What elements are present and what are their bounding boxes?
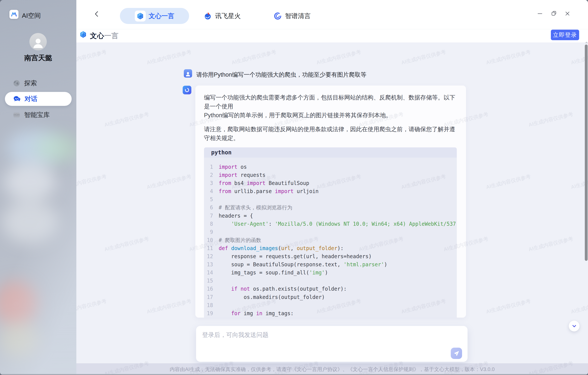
sidebar-item-label: 对话 [24, 95, 37, 103]
code-line: 12 response = requests.get(url, headers=… [204, 252, 457, 260]
user-message-avatar [184, 69, 192, 77]
wenxin-logo-icon [80, 30, 86, 39]
watermark: AI生成内容仅供参考 [76, 48, 107, 66]
user-message: 请你用Python编写一个功能强大的爬虫，功能至少要有图片爬取等 [196, 71, 367, 79]
footer-text-segment: ，基于文心大模型，版本：V3.0.0 [419, 366, 495, 372]
watermark: AI生成内容仅供参考 [146, 298, 192, 315]
watermark: AI生成内容仅供参考 [528, 110, 574, 128]
watermark: AI生成内容仅供参考 [146, 48, 192, 66]
line-number: 17 [204, 293, 213, 301]
footer-link[interactable]: 《文心一言个人信息保护规则》 [348, 366, 419, 372]
watermark: AI生成内容仅供参考 [104, 235, 149, 253]
login-button[interactable]: 立即登录 [551, 30, 579, 40]
watermark: AI生成内容仅供参考 [146, 173, 192, 191]
spark-flame-icon [203, 12, 212, 20]
app-logo-row: AI空间 [0, 0, 76, 28]
sidebar-item-label: 探索 [24, 79, 37, 88]
scroll-to-bottom-button[interactable] [569, 321, 579, 331]
sidebar-item-chat[interactable]: 对话 [5, 92, 72, 106]
code-line: 2import requests [204, 171, 457, 179]
code-text: response = requests.get(url, headers=hea… [219, 253, 372, 259]
watermark: AI生成内容仅供参考 [528, 235, 574, 253]
brand-title: 文心一言 [90, 31, 119, 41]
zhipu-ring-icon [273, 12, 282, 20]
line-number: 13 [204, 260, 213, 269]
main-panel: 文心一言讯飞星火智谱清言 [76, 0, 588, 375]
code-line: 6# 配置请求头，模拟浏览器行为 [204, 203, 457, 211]
code-text: import os [219, 164, 247, 170]
line-number: 1 [204, 163, 213, 171]
chat-bubbles-icon [13, 95, 21, 103]
tab-xinghuo[interactable]: 讯飞星火 [199, 8, 246, 24]
line-number: 4 [204, 187, 213, 195]
scrollbar-up-arrow[interactable] [584, 40, 588, 45]
message-composer [196, 326, 468, 362]
code-text: # 爬取图片的函数 [219, 237, 261, 243]
code-text: 'User-Agent': 'Mozilla/5.0 (Windows NT 1… [219, 221, 457, 227]
line-number: 6 [204, 203, 213, 211]
tab-zhipu[interactable]: 智谱清言 [268, 8, 316, 24]
sidebar: AI空间 南宫天懿 探索对话智能宝库 [0, 0, 76, 375]
code-line: 7headers = { [204, 212, 457, 220]
globe-icon [12, 79, 21, 87]
code-line: 18 [204, 301, 457, 309]
tab-wenxin[interactable]: 文心一言 [120, 8, 189, 24]
tab-label: 智谱清言 [285, 12, 311, 20]
watermark: AI生成内容仅供参考 [104, 110, 149, 128]
chat-input[interactable] [196, 326, 468, 362]
code-block: python 1import os2import requests3from b… [204, 147, 457, 318]
wenxin-cube-icon [136, 12, 144, 20]
sidebar-item-explore[interactable]: 探索 [0, 76, 76, 90]
code-body: 1import os2import requests3from bs4 impo… [204, 158, 457, 318]
assistant-paragraph: 编写一个功能强大的爬虫需要考虑多个方面，包括目标网站的结构、反爬机制、数据存储等… [204, 93, 457, 120]
watermark: AI生成内容仅供参考 [76, 173, 107, 191]
code-line: 11def download_images(url, output_folder… [204, 244, 457, 252]
scrollbar-thumb[interactable] [585, 44, 588, 261]
watermark: AI生成内容仅供参考 [570, 298, 588, 315]
paragraph-line: 编写一个功能强大的爬虫需要考虑多个方面，包括目标网站的结构、反爬机制、数据存储等… [204, 93, 457, 111]
line-number: 9 [204, 228, 213, 236]
page-header: 文心一言 立即登录 [76, 29, 588, 43]
code-line: 9 [204, 228, 457, 236]
line-number: 8 [204, 220, 213, 228]
line-number: 12 [204, 252, 213, 260]
user-avatar[interactable] [29, 33, 47, 50]
app-name: AI空间 [22, 11, 41, 20]
minimize-button[interactable] [535, 8, 545, 19]
code-language-label: python [204, 147, 457, 158]
paragraph-line: 请注意，爬取网站数据可能违反网站的使用条款或法律，因此在使用爬虫之前，请确保您了… [204, 125, 457, 143]
line-number: 11 [204, 244, 213, 252]
code-text: # 配置请求头，模拟浏览器行为 [219, 204, 292, 210]
sidebar-item-label: 智能宝库 [24, 110, 50, 119]
close-button[interactable] [562, 8, 573, 19]
user-name: 南宫天懿 [0, 53, 76, 63]
line-number: 14 [204, 269, 213, 277]
code-line: 15 [204, 277, 457, 285]
watermark: AI生成内容仅供参考 [485, 173, 531, 191]
assistant-paragraph: 请注意，爬取网站数据可能违反网站的使用条款或法律，因此在使用爬虫之前，请确保您了… [204, 125, 457, 143]
wenxin-cube-icon [135, 11, 146, 22]
code-text: def download_images(url, output_folder): [219, 245, 344, 251]
back-button[interactable] [93, 10, 101, 18]
maximize-button[interactable] [549, 8, 559, 19]
code-line: 1import os [204, 163, 457, 171]
footer-text-segment: 、 [343, 366, 348, 372]
code-line: 4from urllib.parse import urljoin [204, 187, 457, 195]
window-bottom-edge [0, 374, 588, 375]
line-number: 5 [204, 195, 213, 203]
sidebar-item-treasury[interactable]: 智能宝库 [0, 108, 76, 122]
tab-label: 文心一言 [149, 12, 174, 20]
code-line: 17 os.makedirs(output_folder) [204, 293, 457, 301]
assistant-message-text: 编写一个功能强大的爬虫需要考虑多个方面，包括目标网站的结构、反爬机制、数据存储等… [195, 86, 466, 143]
code-line: 19 for img in img_tags: [204, 309, 457, 318]
watermark: AI生成内容仅供参考 [76, 298, 107, 315]
code-text: os.makedirs(output_folder) [219, 294, 325, 300]
footer-link[interactable]: 《文心一言用户协议》 [292, 366, 343, 372]
line-number: 15 [204, 277, 213, 285]
send-button[interactable] [451, 348, 462, 359]
chat-content: 请你用Python编写一个功能强大的爬虫，功能至少要有图片爬取等 编写一个功能强… [76, 43, 588, 375]
code-line: 5 [204, 195, 457, 203]
footer-disclaimer: 内容由AI生成，无法确保真实准确，仅供参考，请遵守《文心一言用户协议》、《文心一… [76, 366, 588, 373]
code-line: 3from bs4 import BeautifulSoup [204, 179, 457, 187]
line-number: 16 [204, 285, 213, 293]
